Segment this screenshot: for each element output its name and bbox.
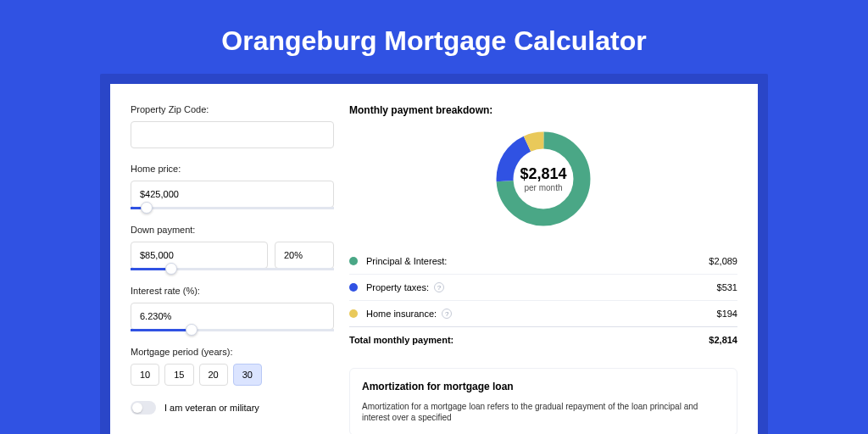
zip-field: Property Zip Code: [131, 104, 334, 148]
period-label: Mortgage period (years): [131, 347, 334, 357]
interest-label: Interest rate (%): [131, 286, 334, 296]
down-payment-field: Down payment: [131, 225, 334, 270]
legend-value: $531 [717, 282, 737, 292]
interest-slider[interactable] [131, 329, 334, 331]
info-icon[interactable]: ? [442, 309, 452, 319]
down-payment-slider[interactable] [131, 268, 334, 270]
interest-input[interactable] [131, 303, 334, 330]
home-price-slider-thumb[interactable] [141, 202, 153, 214]
period-field: Mortgage period (years): 10152030 [131, 347, 334, 386]
legend-row-2: Home insurance:?$194 [349, 300, 737, 326]
home-price-field: Home price: [131, 164, 334, 209]
period-option-20[interactable]: 20 [199, 364, 228, 386]
period-option-30[interactable]: 30 [233, 364, 262, 386]
period-options: 10152030 [131, 364, 334, 386]
info-icon[interactable]: ? [434, 282, 444, 292]
down-payment-label: Down payment: [131, 225, 334, 235]
breakdown-panel: Monthly payment breakdown: $2,814 per mo… [349, 104, 737, 434]
amortization-card: Amortization for mortgage loan Amortizat… [349, 368, 737, 434]
donut-chart: $2,814 per month [349, 128, 737, 230]
down-payment-amount-input[interactable] [131, 242, 268, 269]
zip-label: Property Zip Code: [131, 104, 334, 114]
total-row: Total monthly payment: $2,814 [349, 326, 737, 353]
legend-name: Home insurance:? [366, 309, 717, 319]
legend-row-0: Principal & Interest:$2,089 [349, 248, 737, 274]
interest-slider-fill [131, 329, 192, 331]
legend-name: Property taxes:? [366, 282, 717, 292]
donut-sub: per month [520, 183, 566, 192]
donut-amount: $2,814 [520, 165, 566, 183]
down-payment-percent-input[interactable] [275, 242, 334, 269]
down-payment-slider-thumb[interactable] [165, 263, 177, 275]
breakdown-title: Monthly payment breakdown: [349, 104, 737, 116]
calculator-app: Property Zip Code: Home price: Down paym… [110, 84, 758, 434]
donut-center: $2,814 per month [520, 165, 566, 192]
zip-input[interactable] [131, 121, 334, 148]
period-option-15[interactable]: 15 [164, 364, 193, 386]
form-panel: Property Zip Code: Home price: Down paym… [131, 104, 334, 434]
total-value: $2,814 [709, 335, 737, 345]
veteran-toggle-knob [132, 403, 142, 413]
veteran-label: I am veteran or military [164, 403, 259, 413]
legend-name: Principal & Interest: [366, 256, 709, 266]
total-label: Total monthly payment: [349, 335, 709, 345]
legend-dot [349, 309, 358, 318]
legend: Principal & Interest:$2,089Property taxe… [349, 248, 737, 326]
frame-shadow: Property Zip Code: Home price: Down paym… [100, 74, 768, 434]
home-price-slider[interactable] [131, 207, 334, 209]
legend-value: $2,089 [709, 256, 737, 266]
page-title: Orangeburg Mortgage Calculator [0, 0, 868, 74]
home-price-input[interactable] [131, 181, 334, 208]
legend-value: $194 [717, 309, 737, 319]
home-price-label: Home price: [131, 164, 334, 174]
interest-slider-thumb[interactable] [186, 324, 198, 336]
veteran-row: I am veteran or military [131, 401, 334, 415]
period-option-10[interactable]: 10 [131, 364, 159, 386]
interest-field: Interest rate (%): [131, 286, 334, 331]
amortization-title: Amortization for mortgage loan [362, 381, 725, 392]
legend-dot [349, 283, 358, 292]
veteran-toggle[interactable] [131, 401, 156, 415]
legend-dot [349, 257, 358, 265]
amortization-text: Amortization for a mortgage loan refers … [362, 401, 725, 423]
legend-row-1: Property taxes:?$531 [349, 274, 737, 300]
